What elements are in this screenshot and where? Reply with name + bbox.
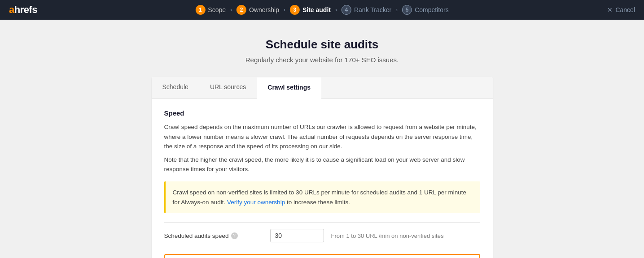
step-competitors: 5 Competitors [402, 5, 448, 15]
warning-text-after: to increase these limits. [287, 199, 350, 206]
step-sep-2: › [284, 7, 285, 13]
step-competitors-num: 5 [402, 5, 412, 15]
step-site-audit[interactable]: 3 Site audit [290, 5, 331, 15]
step-ownership-num: 2 [237, 5, 246, 15]
scheduled-speed-input[interactable] [270, 229, 324, 242]
step-scope-num: 1 [195, 5, 205, 15]
scheduled-speed-hint: From 1 to 30 URL /min on non-verified si… [331, 232, 444, 239]
step-competitors-label: Competitors [415, 6, 448, 13]
speed-title: Speed [164, 109, 480, 117]
step-sep-4: › [396, 7, 398, 13]
logo: ahrefs [9, 4, 37, 16]
step-site-audit-label: Site audit [302, 6, 331, 13]
tab-url-sources[interactable]: URL sources [199, 77, 257, 98]
main-content: Schedule site audits Regularly check you… [0, 20, 644, 258]
cancel-button[interactable]: ✕ Cancel [607, 6, 635, 13]
cancel-label: Cancel [615, 6, 635, 13]
scheduled-speed-label: Scheduled audits speed ? [164, 232, 263, 239]
tab-crawl-settings[interactable]: Crawl settings [257, 77, 321, 99]
step-site-audit-num: 3 [290, 5, 300, 15]
step-scope[interactable]: 1 Scope [195, 5, 226, 15]
step-sep-3: › [335, 7, 337, 13]
page-subtitle: Regularly check your website for 170+ SE… [245, 56, 399, 64]
page-title: Schedule site audits [266, 38, 378, 52]
step-scope-label: Scope [208, 6, 226, 13]
crawl-settings-content: Speed Crawl speed depends on the maximum… [152, 99, 493, 258]
step-ownership[interactable]: 2 Ownership [237, 5, 279, 15]
steps-nav: 1 Scope › 2 Ownership › 3 Site audit › 4… [195, 5, 448, 15]
step-rank-tracker-label: Rank Tracker [354, 6, 391, 13]
step-rank-tracker: 4 Rank Tracker [342, 5, 391, 15]
warning-box: Crawl speed on non-verified sites is lim… [164, 181, 480, 213]
verify-ownership-link[interactable]: Verify your ownership [227, 199, 285, 206]
always-on-speed-row: Always-on audit speed ? Unlock 1 URL /mi… [164, 254, 480, 258]
speed-desc-1: Crawl speed depends on the maximum numbe… [164, 122, 480, 151]
step-rank-tracker-num: 4 [342, 5, 351, 15]
step-sep-1: › [230, 7, 232, 13]
settings-card: Schedule URL sources Crawl settings Spee… [152, 77, 493, 258]
logo-text: ahrefs [9, 4, 37, 16]
scheduled-help-icon[interactable]: ? [231, 232, 238, 239]
close-icon: ✕ [607, 6, 613, 13]
scheduled-speed-row: Scheduled audits speed ? From 1 to 30 UR… [164, 222, 480, 249]
step-ownership-label: Ownership [249, 6, 279, 13]
speed-desc-2: Note that the higher the crawl speed, th… [164, 155, 480, 174]
tabs-bar: Schedule URL sources Crawl settings [152, 77, 493, 99]
tab-schedule[interactable]: Schedule [152, 77, 199, 98]
header: ahrefs 1 Scope › 2 Ownership › 3 Site au… [0, 0, 644, 20]
